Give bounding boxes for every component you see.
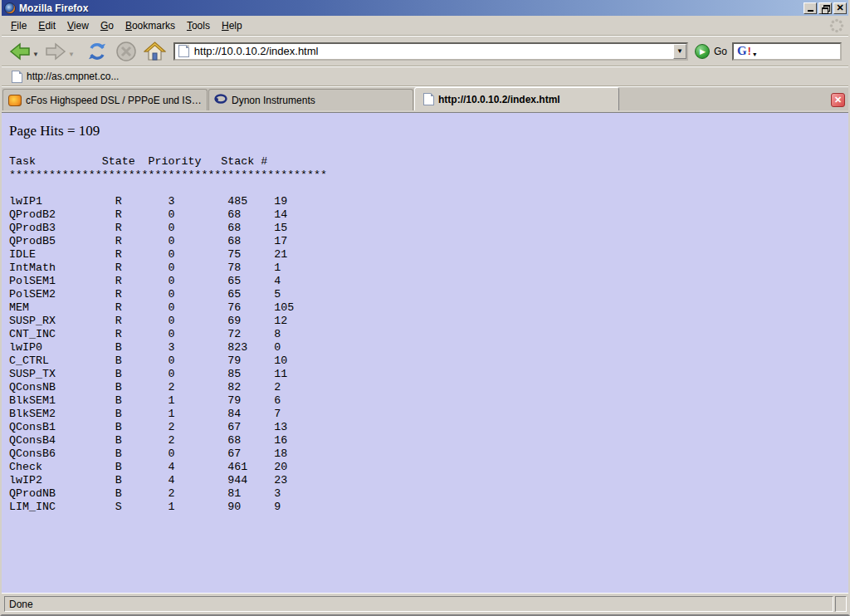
back-button[interactable] [8, 39, 32, 64]
home-icon [144, 42, 166, 61]
minimize-button[interactable] [804, 2, 817, 14]
menu-bar: FileEditViewGoBookmarksToolsHelp [2, 16, 848, 36]
title-bar: Mozilla Firefox ✕ [2, 0, 848, 16]
forward-icon [45, 42, 66, 61]
page-hits-text: Page Hits = 109 [9, 123, 848, 139]
close-button[interactable]: ✕ [833, 2, 847, 14]
navigation-toolbar: ▼ ▼ [2, 36, 848, 66]
dynon-icon [214, 94, 227, 106]
stop-icon [115, 41, 137, 62]
menu-bar-items: FileEditViewGoBookmarksToolsHelp [5, 17, 248, 34]
menu-go[interactable]: Go [95, 17, 120, 34]
window-title: Mozilla Firefox [19, 2, 802, 14]
bookmarks-toolbar: http://as.cmpnet.co... [2, 66, 848, 86]
minimize-icon [808, 10, 813, 12]
tab-bar: cFos Highspeed DSL / PPPoE und ISDN CAP.… [2, 86, 848, 112]
throbber-icon [828, 17, 845, 34]
search-box[interactable]: G! ▼ [732, 42, 842, 61]
menu-help[interactable]: Help [216, 17, 248, 34]
bookmark-item[interactable]: http://as.cmpnet.co... [7, 69, 124, 85]
forward-dropdown-icon[interactable]: ▼ [68, 51, 75, 58]
restore-icon [822, 5, 828, 12]
browser-window: Mozilla Firefox ✕ FileEditViewGoBookmark… [0, 0, 850, 616]
firefox-logo-icon [4, 2, 16, 14]
close-tab-button[interactable]: ✕ [831, 93, 845, 107]
tab-1[interactable]: cFos Highspeed DSL / PPPoE und ISDN CAP.… [2, 89, 208, 110]
tab-3[interactable]: http://10.0.10.2/index.html [414, 87, 619, 110]
status-panel: Done [4, 596, 833, 612]
back-icon [9, 42, 31, 61]
tab-strip: cFos Highspeed DSL / PPPoE und ISDN CAP.… [2, 87, 619, 110]
close-icon: ✕ [836, 3, 843, 12]
tab-label: Dynon Instruments [232, 95, 315, 106]
menu-edit[interactable]: Edit [32, 17, 61, 34]
google-logo-icon: G [737, 45, 747, 57]
bookmark-label: http://as.cmpnet.co... [27, 71, 119, 82]
address-dropdown-button[interactable]: ▼ [673, 44, 686, 59]
tab-label: http://10.0.10.2/index.html [438, 94, 560, 105]
tab-2[interactable]: Dynon Instruments [208, 89, 413, 110]
menu-view[interactable]: View [61, 17, 95, 34]
reload-icon [85, 41, 109, 62]
address-input[interactable] [193, 45, 673, 58]
menu-bookmarks[interactable]: Bookmarks [120, 17, 181, 34]
stop-button[interactable] [115, 39, 138, 64]
go-icon: ▶ [695, 44, 710, 59]
reload-button[interactable] [85, 39, 110, 64]
resize-grip[interactable] [835, 596, 847, 612]
cfos-icon [8, 95, 22, 106]
task-table: Task State Priority Stack # ************… [9, 155, 848, 514]
tab-label: cFos Highspeed DSL / PPPoE und ISDN CAP.… [26, 95, 202, 106]
status-text: Done [9, 599, 33, 610]
status-bar: Done [2, 593, 848, 614]
back-dropdown-icon[interactable]: ▼ [32, 51, 39, 58]
address-page-icon [178, 45, 189, 57]
address-bar[interactable]: ▼ [173, 42, 688, 61]
forward-button[interactable] [44, 39, 67, 64]
go-button[interactable]: ▶ Go [695, 44, 727, 59]
menu-tools[interactable]: Tools [181, 17, 216, 34]
home-button[interactable] [143, 39, 167, 64]
menu-file[interactable]: File [5, 17, 32, 34]
restore-button[interactable] [818, 2, 832, 14]
search-engine-dropdown-icon[interactable]: ▼ [752, 51, 758, 57]
page-content: Page Hits = 109 Task State Priority Stac… [2, 112, 848, 593]
search-input[interactable] [760, 45, 850, 58]
page-icon [423, 93, 434, 105]
google-logo-accent: ! [748, 46, 751, 57]
go-label: Go [714, 46, 727, 57]
bookmark-page-icon [12, 71, 22, 83]
